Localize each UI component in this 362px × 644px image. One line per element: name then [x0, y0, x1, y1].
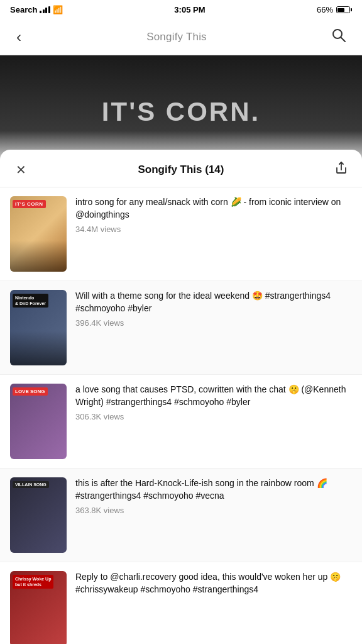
status-left: Search 📶	[10, 5, 63, 14]
search-button[interactable]	[327, 26, 351, 48]
back-button[interactable]: ‹	[11, 26, 26, 48]
bottom-sheet: ✕ Songify This (14) intro song for any m…	[0, 150, 362, 644]
video-thumbnail	[10, 384, 67, 459]
video-description: a love song that causes PTSD, cowritten …	[75, 384, 352, 408]
share-button[interactable]	[332, 161, 351, 178]
wifi-icon: 📶	[53, 5, 63, 14]
nav-title: Songify This	[146, 31, 207, 43]
video-thumbnail	[10, 290, 67, 365]
close-button[interactable]: ✕	[11, 162, 30, 177]
list-item[interactable]: intro song for any meal/snack with corn …	[0, 187, 362, 281]
video-thumbnail	[10, 571, 67, 644]
sheet-title: Songify This (14)	[138, 164, 224, 176]
video-views: 396.4K views	[75, 318, 352, 328]
status-time: 3:05 PM	[174, 5, 205, 14]
video-views: 306.3K views	[75, 412, 352, 421]
status-bar: Search 📶 3:05 PM 66%	[0, 0, 362, 19]
video-thumbnail	[10, 477, 67, 553]
video-description: Will with a theme song for the ideal wee…	[75, 290, 352, 314]
signal-icon	[40, 6, 50, 13]
svg-line-1	[341, 38, 345, 42]
video-description: this is after the Hard-Knock-Life-ish so…	[75, 477, 352, 502]
list-item[interactable]: Will with a theme song for the ideal wee…	[0, 281, 362, 375]
video-thumbnail	[10, 196, 67, 272]
video-views: 34.4M views	[75, 225, 352, 234]
video-description: Reply to @charli.recovery good idea, thi…	[75, 571, 352, 596]
status-right: 66%	[317, 5, 352, 14]
nav-bar: ‹ Songify This	[0, 19, 362, 55]
list-item[interactable]: this is after the Hard-Knock-Life-ish so…	[0, 469, 362, 562]
video-info: Reply to @charli.recovery good idea, thi…	[75, 571, 352, 599]
video-info: a love song that causes PTSD, cowritten …	[75, 384, 352, 421]
video-list: intro song for any meal/snack with corn …	[0, 187, 362, 644]
video-views: 363.8K views	[75, 506, 352, 515]
video-info: this is after the Hard-Knock-Life-ish so…	[75, 477, 352, 515]
list-item[interactable]: Reply to @charli.recovery good idea, thi…	[0, 562, 362, 644]
list-item[interactable]: a love song that causes PTSD, cowritten …	[0, 375, 362, 469]
video-description: intro song for any meal/snack with corn …	[75, 196, 352, 221]
video-info: Will with a theme song for the ideal wee…	[75, 290, 352, 328]
battery-icon	[336, 6, 352, 13]
battery-percent: 66%	[317, 5, 333, 14]
sheet-header: ✕ Songify This (14)	[0, 150, 362, 187]
carrier-label: Search	[10, 5, 37, 14]
hero-title: IT'S CORN.	[102, 97, 260, 127]
video-info: intro song for any meal/snack with corn …	[75, 196, 352, 234]
